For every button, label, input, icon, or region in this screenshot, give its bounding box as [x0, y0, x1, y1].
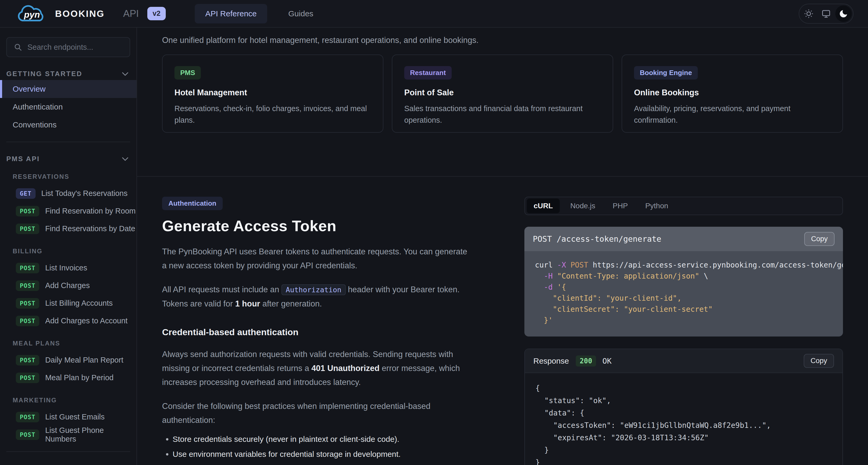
- endpoint-label: Find Reservation by Room: [45, 207, 135, 215]
- sidebar-item-overview[interactable]: Overview: [0, 80, 136, 98]
- inline-code: Authorization: [281, 285, 345, 295]
- code-token: "clientSecret": "your-client-secret": [535, 305, 713, 313]
- method-badge: POST: [16, 412, 39, 422]
- sidebar-endpoint[interactable]: POSTFind Reservation by Room: [0, 202, 136, 220]
- endpoint-label: List Guest Emails: [45, 412, 104, 421]
- paragraph-line: a new access token by providing your API…: [162, 259, 499, 272]
- feature-cards: PMSHotel ManagementReservations, check-i…: [162, 55, 843, 133]
- sidebar-section-title: GETTING STARTED: [6, 70, 83, 78]
- request-code-body[interactable]: curl -X POST https://api-access-service.…: [524, 251, 843, 336]
- response-code-body[interactable]: { "status": "ok", "data": { "accessToken…: [525, 373, 842, 465]
- card-description: Sales transactions and financial data fr…: [404, 103, 601, 126]
- sidebar-endpoint[interactable]: POSTDaily Meal Plan Report: [0, 351, 136, 369]
- tab-php[interactable]: PHP: [606, 199, 635, 213]
- best-practices-list: Store credentials securely (never in pla…: [173, 434, 499, 465]
- status-code-badge: 200: [576, 356, 596, 367]
- response-line: }: [535, 444, 832, 456]
- method-badge: POST: [16, 298, 39, 308]
- method-badge: POST: [16, 373, 39, 383]
- sidebar-section-header[interactable]: GETTING STARTED: [6, 70, 129, 78]
- sidebar-endpoint[interactable]: POSTAdd Charges: [0, 277, 136, 294]
- endpoint-label: List Billing Accounts: [45, 299, 113, 307]
- section-paragraphs: Always send authorization requests with …: [162, 347, 499, 427]
- tab-node-js[interactable]: Node.js: [563, 199, 602, 213]
- copy-request-button[interactable]: Copy: [804, 232, 835, 246]
- monitor-icon: [822, 9, 831, 19]
- text: increases processing overhead and introd…: [162, 377, 361, 387]
- theme-light-button[interactable]: [801, 5, 817, 22]
- method-badge: POST: [16, 263, 39, 273]
- feature-card[interactable]: PMSHotel ManagementReservations, check-i…: [162, 55, 383, 133]
- text: Always send authorization requests with …: [162, 350, 453, 359]
- code-token: '{: [557, 283, 566, 292]
- code-token: -H: [544, 272, 557, 280]
- method-badge: POST: [16, 206, 39, 217]
- bold-text: 401 Unauthorized: [311, 364, 379, 373]
- method-badge: POST: [16, 280, 39, 291]
- sidebar-item-conventions[interactable]: Conventions: [0, 116, 136, 134]
- sidebar-group-title: MARKETING: [13, 397, 136, 404]
- sidebar: Search endpoints... GETTING STARTEDOverv…: [0, 28, 137, 465]
- product-label: API: [123, 8, 139, 19]
- text: missing or incorrect credentials returns…: [162, 364, 311, 373]
- text: error message, which: [379, 364, 460, 373]
- code-token: -X: [557, 261, 570, 269]
- text: The PynBooking API uses Bearer tokens to…: [162, 247, 467, 256]
- tab-python[interactable]: Python: [639, 199, 675, 213]
- response-line: "status": "ok",: [535, 394, 832, 407]
- sidebar-endpoint[interactable]: POSTList Guest Phone Numbers: [0, 426, 136, 443]
- card-title: Point of Sale: [404, 88, 601, 97]
- endpoint-label: Add Charges: [45, 281, 90, 290]
- code-token: -d: [544, 283, 557, 292]
- feature-card[interactable]: RestaurantPoint of SaleSales transaction…: [392, 55, 613, 133]
- nav-tab-guides[interactable]: Guides: [278, 4, 324, 24]
- code-token: curl: [535, 261, 557, 269]
- sidebar-endpoint[interactable]: POSTList Invoices: [0, 259, 136, 277]
- code-token: "Content-Type: application/json": [557, 272, 699, 280]
- text: authentication:: [162, 416, 215, 425]
- sidebar-item-authentication[interactable]: Authentication: [0, 98, 136, 116]
- sidebar-endpoint[interactable]: GETList Today's Reservations: [0, 185, 136, 202]
- request-code-panel: POST /access-token/generate Copy curl -X…: [524, 227, 843, 336]
- code-token: }': [535, 316, 553, 325]
- response-line: "expiresAt": "2026-03-18T13:34:56Z": [535, 432, 832, 444]
- endpoint-label: Daily Meal Plan Report: [45, 356, 123, 364]
- sidebar-endpoint[interactable]: POSTAdd Charges to Account: [0, 312, 136, 330]
- copy-response-button[interactable]: Copy: [804, 354, 834, 368]
- code-token: [535, 272, 544, 280]
- response-label: Response: [533, 357, 569, 365]
- sidebar-group-title: RESERVATIONS: [13, 173, 136, 180]
- sidebar-endpoint[interactable]: POSTList Billing Accounts: [0, 294, 136, 312]
- code-token: [535, 283, 544, 292]
- paragraph: Always send authorization requests with …: [162, 347, 499, 389]
- best-practice-item: Store credentials securely (never in pla…: [173, 434, 499, 444]
- paragraph-line: Tokens are valid for 1 hour after genera…: [162, 297, 499, 311]
- sidebar-section-header[interactable]: PMS API: [6, 155, 129, 163]
- paragraph: Consider the following best practices wh…: [162, 399, 499, 427]
- text: Tokens are valid for: [162, 299, 235, 308]
- theme-system-button[interactable]: [818, 5, 834, 22]
- sidebar-endpoint[interactable]: POSTList Guest Emails: [0, 408, 136, 426]
- tab-curl[interactable]: cURL: [527, 199, 560, 213]
- search-input[interactable]: Search endpoints...: [6, 37, 130, 57]
- best-practice-item: Use secrets management solutions in prod…: [173, 464, 499, 465]
- moon-icon: [839, 9, 848, 19]
- theme-toggle: [799, 4, 854, 24]
- feature-card[interactable]: Booking EngineOnline BookingsAvailabilit…: [622, 55, 843, 133]
- paragraph-line: Consider the following best practices wh…: [162, 399, 499, 413]
- endpoint-label: List Guest Phone Numbers: [45, 426, 136, 443]
- endpoint-label: Add Charges to Account: [45, 317, 128, 325]
- sidebar-endpoint[interactable]: POSTFind Reservations by Date: [0, 220, 136, 237]
- status-text: OK: [602, 357, 612, 365]
- sidebar-endpoint[interactable]: POSTMeal Plan by Period: [0, 369, 136, 387]
- theme-dark-button[interactable]: [835, 5, 852, 22]
- search-placeholder: Search endpoints...: [27, 43, 93, 52]
- card-description: Reservations, check-in, folio charges, i…: [175, 103, 371, 126]
- code-token: \: [700, 272, 708, 280]
- endpoint-label: Meal Plan by Period: [45, 373, 114, 382]
- text: a new access token by providing your API…: [162, 261, 357, 270]
- request-code-header: POST /access-token/generate Copy: [524, 227, 843, 251]
- nav-tab-api-reference[interactable]: API Reference: [195, 4, 267, 24]
- code-line: curl -X POST https://api-access-service.…: [535, 260, 832, 271]
- logo[interactable]: pyn BOOKING: [14, 2, 104, 25]
